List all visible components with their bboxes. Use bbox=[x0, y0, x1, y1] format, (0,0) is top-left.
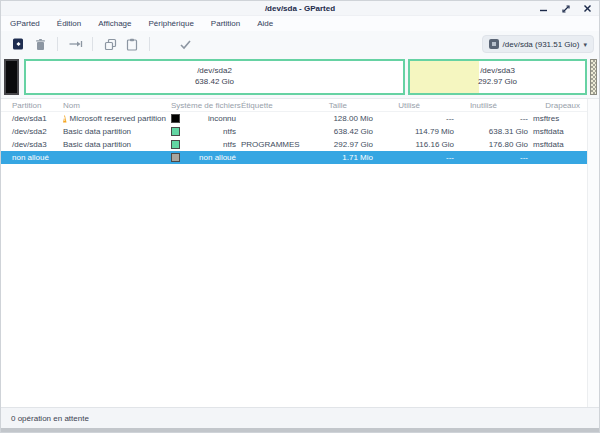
close-button[interactable] bbox=[582, 3, 593, 14]
table-header: Partition Nom Système de fichiers Étique… bbox=[1, 99, 589, 112]
restore-button[interactable] bbox=[560, 3, 571, 14]
disk-segment-sda3[interactable]: /dev/sda3 292.97 Gio bbox=[408, 59, 587, 95]
menu-edition[interactable]: Édition bbox=[56, 18, 82, 29]
cell-partition: /dev/sda1 bbox=[1, 114, 61, 123]
cell-filesystem: non alloué bbox=[184, 153, 236, 162]
device-selector-label: /dev/sda (931.51 Gio) bbox=[503, 40, 580, 49]
copy-icon bbox=[104, 38, 117, 51]
apply-operations-button[interactable] bbox=[174, 34, 196, 54]
cell-partition: non alloué bbox=[1, 153, 61, 162]
pending-operations-status: 0 opération en attente bbox=[11, 414, 89, 423]
new-partition-button[interactable] bbox=[7, 34, 29, 54]
cell-unused: --- bbox=[456, 114, 530, 123]
segment-device: /dev/sda3 bbox=[480, 66, 515, 77]
table-row-unallocated[interactable]: non alloué non alloué 1.71 Mio --- --- bbox=[1, 151, 589, 164]
segment-device: /dev/sda2 bbox=[197, 66, 232, 77]
drive-icon bbox=[489, 39, 499, 49]
table-row-sda1[interactable]: /dev/sda1 ! Microsoft reserved partition… bbox=[1, 112, 589, 125]
fs-color-swatch bbox=[171, 153, 180, 162]
table-scrollbar[interactable] bbox=[587, 99, 599, 407]
cell-name: Basic data partition bbox=[63, 140, 131, 149]
menu-aide[interactable]: Aide bbox=[256, 18, 274, 29]
cell-used: --- bbox=[375, 153, 456, 162]
col-utilise[interactable]: Utilisé bbox=[375, 101, 456, 110]
cell-size: 1.71 Mio bbox=[308, 153, 375, 162]
cell-label: PROGRAMMES bbox=[236, 140, 308, 149]
partition-table: Partition Nom Système de fichiers Étique… bbox=[1, 99, 589, 164]
col-taille[interactable]: Taille bbox=[308, 101, 375, 110]
fs-color-swatch bbox=[171, 127, 180, 136]
toolbar-separator bbox=[57, 37, 58, 51]
col-drapeaux[interactable]: Drapeaux bbox=[530, 101, 589, 110]
trash-icon bbox=[34, 38, 47, 51]
device-selector[interactable]: /dev/sda (931.51 Gio) ▾ bbox=[482, 35, 594, 53]
col-partition[interactable]: Partition bbox=[1, 101, 61, 110]
segment-size: 638.42 Gio bbox=[195, 77, 234, 88]
menu-partition[interactable]: Partition bbox=[210, 18, 241, 29]
paste-icon bbox=[126, 38, 138, 51]
menubar: GParted Édition Affichage Périphérique P… bbox=[1, 16, 599, 31]
delete-partition-button[interactable] bbox=[29, 34, 51, 54]
cell-filesystem: ntfs bbox=[184, 140, 236, 149]
window-controls bbox=[538, 1, 593, 16]
toolbar-separator bbox=[92, 37, 93, 51]
new-partition-icon bbox=[11, 37, 25, 51]
warning-icon: ! bbox=[63, 115, 67, 123]
disk-segment-sda2[interactable]: /dev/sda2 638.42 Gio bbox=[24, 59, 405, 95]
window-title: /dev/sda - GParted bbox=[265, 4, 335, 13]
cell-used: --- bbox=[375, 114, 456, 123]
titlebar: /dev/sda - GParted bbox=[1, 1, 599, 16]
cell-name: Microsoft reserved partition bbox=[70, 114, 166, 123]
cell-size: 292.97 Gio bbox=[308, 140, 375, 149]
resize-move-icon bbox=[68, 38, 83, 50]
table-row-sda3[interactable]: /dev/sda3 Basic data partition ntfs PROG… bbox=[1, 138, 589, 151]
cell-unused: --- bbox=[456, 153, 530, 162]
minimize-button[interactable] bbox=[538, 3, 549, 14]
cell-used: 114.79 Mio bbox=[375, 127, 456, 136]
cell-flags: msftres bbox=[530, 114, 589, 123]
disk-segment-unallocated[interactable] bbox=[590, 59, 597, 95]
cell-used: 116.16 Gio bbox=[375, 140, 456, 149]
disk-segment-sda1[interactable] bbox=[4, 59, 19, 95]
cell-flags: msftdata bbox=[530, 140, 589, 149]
cell-unused: 176.80 Gio bbox=[456, 140, 530, 149]
table-row-sda2[interactable]: /dev/sda2 Basic data partition ntfs 638.… bbox=[1, 125, 589, 138]
cell-name: Basic data partition bbox=[63, 127, 131, 136]
menu-peripherique[interactable]: Périphérique bbox=[147, 18, 194, 29]
statusbar: 0 opération en attente bbox=[1, 407, 599, 429]
toolbar-separator bbox=[149, 37, 150, 51]
segment-size: 292.97 Gio bbox=[478, 77, 517, 88]
resize-move-button[interactable] bbox=[64, 34, 86, 54]
disk-visual-bar: /dev/sda2 638.42 Gio /dev/sda3 292.97 Gi… bbox=[1, 57, 599, 99]
cell-filesystem: inconnu bbox=[184, 114, 236, 123]
col-filesystem[interactable]: Système de fichiers bbox=[166, 101, 236, 110]
col-nom[interactable]: Nom bbox=[61, 101, 166, 110]
chevron-down-icon: ▾ bbox=[583, 41, 587, 48]
menu-affichage[interactable]: Affichage bbox=[97, 18, 132, 29]
col-etiquette[interactable]: Étiquette bbox=[236, 101, 308, 110]
cell-flags: msftdata bbox=[530, 127, 589, 136]
cell-partition: /dev/sda3 bbox=[1, 140, 61, 149]
toolbar: /dev/sda (931.51 Gio) ▾ bbox=[1, 31, 599, 57]
paste-button[interactable] bbox=[121, 34, 143, 54]
copy-button[interactable] bbox=[99, 34, 121, 54]
checkmark-icon bbox=[179, 39, 192, 50]
gparted-window: /dev/sda - GParted GParted Édi bbox=[0, 0, 600, 433]
fs-color-swatch bbox=[171, 140, 180, 149]
cell-size: 128.00 Mio bbox=[308, 114, 375, 123]
cell-partition: /dev/sda2 bbox=[1, 127, 61, 136]
cell-filesystem: ntfs bbox=[184, 127, 236, 136]
cell-size: 638.42 Gio bbox=[308, 127, 375, 136]
menu-gparted[interactable]: GParted bbox=[9, 18, 41, 29]
fs-color-swatch bbox=[171, 114, 180, 123]
col-inutilise[interactable]: Inutilisé bbox=[456, 101, 530, 110]
cell-unused: 638.31 Gio bbox=[456, 127, 530, 136]
window-bottom-edge bbox=[1, 428, 599, 432]
